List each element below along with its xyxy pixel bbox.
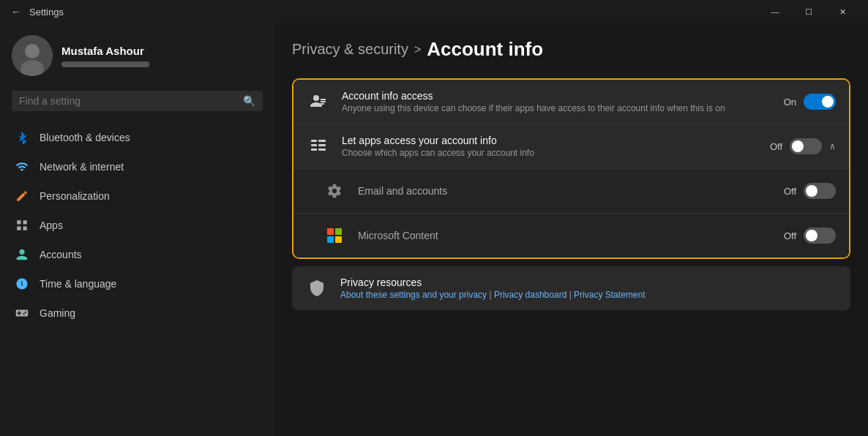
sidebar-item-time[interactable]: Time & language — [6, 269, 269, 298]
user-status-bar — [61, 61, 149, 67]
user-profile[interactable]: Mustafa Ashour — [0, 23, 274, 85]
page-title: Account info — [427, 38, 543, 61]
microsoft-content-status: Off — [784, 230, 796, 241]
account-info-access-row: Account info access Anyone using this de… — [293, 80, 849, 124]
microsoft-content-control: Off — [784, 228, 836, 244]
window-controls: — ☐ ✕ — [758, 0, 859, 23]
svg-rect-5 — [17, 227, 20, 230]
svg-point-7 — [313, 95, 319, 101]
privacy-resources-row: Privacy resources About these settings a… — [292, 266, 850, 310]
account-info-access-text: Account info access Anyone using this de… — [342, 90, 772, 113]
microsoft-content-toggle[interactable] — [804, 228, 836, 244]
svg-rect-16 — [318, 149, 326, 151]
avatar — [12, 35, 53, 76]
sidebar-item-label-accounts: Accounts — [40, 249, 82, 260]
privacy-links: About these settings and your privacy | … — [340, 290, 837, 300]
privacy-dashboard-link[interactable]: Privacy dashboard — [494, 290, 566, 300]
svg-rect-15 — [311, 149, 317, 151]
svg-rect-4 — [23, 220, 27, 224]
breadcrumb-separator: > — [414, 43, 421, 56]
sidebar: Mustafa Ashour 🔍 Bluetooth & devices — [0, 23, 274, 436]
sidebar-item-gaming[interactable]: Gaming — [6, 298, 269, 328]
email-accounts-text: Email and accounts — [358, 185, 772, 197]
privacy-resources-title: Privacy resources — [340, 277, 837, 288]
email-accounts-icon — [323, 179, 346, 203]
settings-card: Account info access Anyone using this de… — [292, 78, 850, 259]
privacy-resources-text: Privacy resources About these settings a… — [340, 277, 837, 300]
account-info-access-toggle[interactable] — [804, 94, 836, 110]
sidebar-item-label-network: Network & internet — [40, 161, 124, 173]
email-accounts-status: Off — [784, 186, 796, 197]
svg-rect-13 — [311, 144, 317, 146]
sidebar-item-network[interactable]: Network & internet — [6, 152, 269, 181]
about-settings-link[interactable]: About these settings and your privacy — [340, 290, 487, 300]
sidebar-item-label-time: Time & language — [40, 278, 116, 290]
main-layout: Mustafa Ashour 🔍 Bluetooth & devices — [0, 23, 868, 436]
svg-rect-12 — [318, 140, 326, 142]
let-apps-access-status: Off — [770, 141, 782, 152]
chevron-up-icon[interactable]: ∧ — [829, 141, 836, 151]
svg-rect-11 — [311, 140, 317, 142]
privacy-shield-icon — [305, 277, 329, 300]
sidebar-item-label-gaming: Gaming — [40, 307, 75, 319]
app-title: Settings — [29, 7, 758, 18]
email-accounts-control: Off — [784, 183, 836, 199]
let-apps-icon — [307, 135, 330, 158]
microsoft-content-title: Microsoft Content — [358, 230, 772, 241]
let-apps-access-control: Off ∧ — [770, 138, 836, 154]
let-apps-access-desc: Choose which apps can access your accoun… — [342, 148, 758, 158]
privacy-statement-link[interactable]: Privacy Statement — [574, 290, 645, 300]
microsoft-content-text: Microsoft Content — [358, 230, 772, 241]
email-accounts-row: Email and accounts Off — [293, 169, 849, 214]
network-icon — [15, 159, 29, 174]
sidebar-item-apps[interactable]: Apps — [6, 211, 269, 240]
let-apps-access-row: Let apps access your account info Choose… — [293, 124, 849, 169]
account-info-access-control: On — [784, 94, 836, 110]
svg-rect-6 — [23, 227, 27, 230]
close-button[interactable]: ✕ — [826, 0, 859, 23]
search-box: 🔍 — [12, 91, 263, 111]
sidebar-item-label-apps: Apps — [40, 219, 63, 231]
let-apps-access-text: Let apps access your account info Choose… — [342, 135, 758, 158]
maximize-button[interactable]: ☐ — [792, 0, 826, 23]
titlebar: ← Settings — ☐ ✕ — [0, 0, 868, 23]
email-accounts-title: Email and accounts — [358, 185, 772, 197]
svg-rect-3 — [17, 220, 20, 224]
back-button[interactable]: ← — [9, 4, 23, 19]
accounts-icon — [15, 247, 29, 262]
content-area: Privacy & security > Account info — [274, 23, 868, 436]
user-info: Mustafa Ashour — [61, 45, 149, 67]
minimize-button[interactable]: — — [758, 0, 792, 23]
breadcrumb: Privacy & security > Account info — [292, 38, 850, 61]
nav-list: Bluetooth & devices Network & internet P… — [0, 120, 274, 436]
let-apps-access-toggle[interactable] — [790, 138, 822, 154]
bluetooth-icon — [15, 130, 29, 145]
search-container: 🔍 — [0, 85, 274, 120]
sidebar-item-label-personalization: Personalization — [40, 190, 110, 202]
account-info-access-status: On — [784, 97, 796, 108]
svg-point-1 — [25, 44, 40, 59]
let-apps-access-title: Let apps access your account info — [342, 135, 758, 146]
sidebar-item-accounts[interactable]: Accounts — [6, 240, 269, 269]
personalization-icon — [15, 189, 29, 203]
apps-icon — [15, 218, 29, 233]
user-name: Mustafa Ashour — [61, 45, 149, 57]
microsoft-content-row: Microsoft Content Off — [293, 214, 849, 258]
account-info-access-desc: Anyone using this device can choose if t… — [342, 103, 772, 113]
gaming-icon — [15, 306, 29, 320]
sidebar-item-personalization[interactable]: Personalization — [6, 181, 269, 211]
search-icon: 🔍 — [243, 95, 255, 107]
microsoft-content-icon — [323, 224, 346, 247]
account-info-access-title: Account info access — [342, 90, 772, 102]
svg-rect-14 — [318, 144, 326, 146]
time-icon — [15, 277, 29, 291]
account-info-icon — [307, 90, 330, 113]
sidebar-item-bluetooth[interactable]: Bluetooth & devices — [6, 123, 269, 152]
email-accounts-toggle[interactable] — [804, 183, 836, 199]
search-input[interactable] — [19, 95, 237, 107]
sidebar-item-label-bluetooth: Bluetooth & devices — [40, 132, 130, 143]
breadcrumb-parent[interactable]: Privacy & security — [292, 41, 408, 58]
